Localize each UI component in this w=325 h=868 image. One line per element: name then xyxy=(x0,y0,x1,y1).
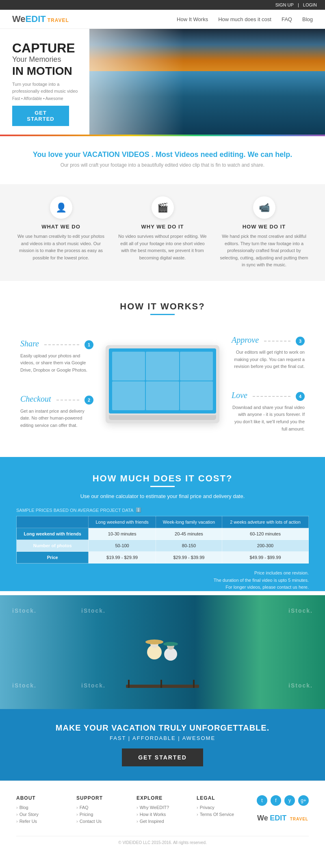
vacation-image-section: iStock. iStock. iStock. iStock. iStock. … xyxy=(0,595,325,709)
hiw-step-2-num: 2 xyxy=(84,396,93,405)
hiw-step-2-desc: Get an instant price and delivery date. … xyxy=(20,408,93,429)
hiw-step-1-num: 1 xyxy=(84,340,93,349)
main-nav: How It Works How much does it cost FAQ B… xyxy=(177,16,313,22)
value-prop-post: . Most Videos need editing. We can help. xyxy=(152,150,292,159)
footer-link-pricing[interactable]: Pricing xyxy=(76,812,128,817)
watermark-5: iStock. xyxy=(81,682,106,689)
logo-travel: TRAVEL xyxy=(48,17,69,23)
nav-blog[interactable]: Blog xyxy=(302,16,313,22)
footer-col-support: SUPPORT FAQ Pricing Contact Us xyxy=(76,795,128,826)
footer-explore-list: Why WeEDIT? How it Works Get Inspired xyxy=(136,805,188,824)
nav-pricing[interactable]: How much does it cost xyxy=(218,16,271,22)
login-link[interactable]: LOGIN xyxy=(303,2,317,7)
hiw-title: HOW IT WORKS? xyxy=(16,301,309,312)
footer-link-tos[interactable]: Terms Of Service xyxy=(197,812,249,817)
footer-col-legal: LEGAL Privacy Terms Of Service xyxy=(197,795,249,826)
footer-legal-list: Privacy Terms Of Service xyxy=(197,805,249,817)
hero-cta-button[interactable]: GET STARTED xyxy=(12,106,69,126)
hiw-grid: Share 1 Easily upload your photos and vi… xyxy=(16,331,309,437)
pricing-sample-text: SAMPLE PRICES BASED ON AVERAGE PROJECT D… xyxy=(16,508,133,513)
hiw-step-3-num: 3 xyxy=(296,337,305,346)
pricing-sample-label: SAMPLE PRICES BASED ON AVERAGE PROJECT D… xyxy=(16,507,309,513)
footer-columns: ABOUT Blog Our Story Refer Us SUPPORT FA… xyxy=(16,795,309,826)
row-0-val-1: 20-45 minutes xyxy=(156,528,222,540)
cta-button[interactable]: GET STARTED xyxy=(122,748,203,766)
footer-link-how-it-works[interactable]: How it Works xyxy=(136,812,188,817)
svg-rect-3 xyxy=(193,680,195,688)
svg-point-9 xyxy=(163,642,178,646)
row-2-val-1: $29.99 - $39.99 xyxy=(156,552,222,563)
signup-link[interactable]: SIGN UP xyxy=(275,2,294,7)
row-label-2: Price xyxy=(17,552,89,563)
hiw-step-3-desc: Our editors will get right to work on ma… xyxy=(232,349,305,370)
svg-point-6 xyxy=(145,640,163,644)
divider: | xyxy=(298,2,299,7)
row-1-val-2: 200-300 xyxy=(222,540,309,552)
col-header-0 xyxy=(17,516,89,528)
hero-title-motion: IN MOTION xyxy=(12,65,81,78)
pricing-section: HOW MUCH DOES IT COST? Use our online ca… xyxy=(0,457,325,591)
value-prop-sub: Our pros will craft your footage into a … xyxy=(16,162,309,168)
table-row: Long weekend with friends 10-30 minutes … xyxy=(17,528,309,540)
row-2-val-2: $49.99 - $99.99 xyxy=(222,552,309,563)
thumb-2 xyxy=(146,352,179,381)
footer-support-heading: SUPPORT xyxy=(76,795,128,801)
hiw-step-1: Share 1 Easily upload your photos and vi… xyxy=(16,335,98,378)
hiw-right-steps: 3 Approve Our editors will get right to … xyxy=(228,331,309,437)
footer-link-contact[interactable]: Contact Us xyxy=(76,819,128,824)
hiw-step-1-title: Share xyxy=(20,339,39,348)
footer-logo-edit: EDIT xyxy=(270,814,286,822)
hiw-left-steps: Share 1 Easily upload your photos and vi… xyxy=(16,335,98,433)
googleplus-icon[interactable]: g+ xyxy=(298,795,309,806)
pricing-note: Price includes one revision. The duratio… xyxy=(16,570,309,591)
col-why: 🎬 WHY WE DO IT No video survives without… xyxy=(118,196,207,269)
hiw-step-2-title: Checkout xyxy=(20,394,51,404)
hero-tagline: Fast • Affordable • Awesome xyxy=(12,96,81,101)
hiw-step-2: Checkout 2 Get an instant price and deli… xyxy=(16,390,98,433)
table-row: Price $19.99 - $29.99 $29.99 - $39.99 $4… xyxy=(17,552,309,563)
footer-link-faq[interactable]: FAQ xyxy=(76,805,128,810)
vacation-figures xyxy=(126,620,199,701)
watermark-4: iStock. xyxy=(12,682,37,689)
footer-link-privacy[interactable]: Privacy xyxy=(197,805,249,810)
cta-title: MAKE YOUR VACATION TRULY UNFORGETTABLE. xyxy=(16,723,309,733)
footer-about-list: Blog Our Story Refer Us xyxy=(16,805,68,824)
nav-how-it-works[interactable]: How It Works xyxy=(177,16,208,22)
why-icon: 🎬 xyxy=(152,196,174,219)
youtube-icon[interactable]: y xyxy=(284,795,295,806)
laptop-base xyxy=(109,415,216,420)
footer-link-why[interactable]: Why WeEDIT? xyxy=(136,805,188,810)
nav-faq[interactable]: FAQ xyxy=(282,16,292,22)
footer-about-heading: ABOUT xyxy=(16,795,68,801)
hiw-dotted-3 xyxy=(264,341,290,342)
what-icon: 👤 xyxy=(50,196,72,219)
hero-section: CAPTURE Your Memories IN MOTION Turn you… xyxy=(0,29,325,135)
hiw-step-2-header: Checkout 2 xyxy=(20,394,93,406)
footer-logo: We EDIT TRAVEL xyxy=(257,814,309,822)
footer-social: t f y g+ xyxy=(257,795,309,806)
hiw-step-4-num: 4 xyxy=(296,392,305,401)
logo-we: We xyxy=(12,14,26,24)
logo-edit: EDIT xyxy=(26,14,46,24)
cta-section: MAKE YOUR VACATION TRULY UNFORGETTABLE. … xyxy=(0,709,325,781)
row-0-val-0: 10-30 minutes xyxy=(89,528,156,540)
hiw-step-4-header: 4 Love xyxy=(232,391,305,402)
col-how-desc: We hand pick the most creative and skill… xyxy=(219,233,309,269)
footer-logo-travel: TRAVEL xyxy=(290,817,308,821)
facebook-icon[interactable]: f xyxy=(271,795,281,806)
footer-link-refer[interactable]: Refer Us xyxy=(16,819,68,824)
hiw-step-4-title: Love xyxy=(232,391,247,400)
row-label-1: Number of photos xyxy=(17,540,89,552)
footer-link-story[interactable]: Our Story xyxy=(16,812,68,817)
footer-link-inspired[interactable]: Get Inspired xyxy=(136,819,188,824)
pricing-desc: Use our online calculator to estimate yo… xyxy=(16,493,309,499)
footer-link-blog[interactable]: Blog xyxy=(16,805,68,810)
footer-support-list: FAQ Pricing Contact Us xyxy=(76,805,128,824)
col-how: 📹 HOW WE DO IT We hand pick the most cre… xyxy=(219,196,309,269)
twitter-icon[interactable]: t xyxy=(257,795,267,806)
note-line3: For longer videos, please contact us her… xyxy=(225,585,309,590)
footer-legal-heading: LEGAL xyxy=(197,795,249,801)
cta-subtitle: FAST | AFFORDABLE | AWESOME xyxy=(16,735,309,741)
thumb-1 xyxy=(112,352,145,381)
value-prop-heading: You love your VACATION VIDEOS . Most Vid… xyxy=(16,150,309,159)
